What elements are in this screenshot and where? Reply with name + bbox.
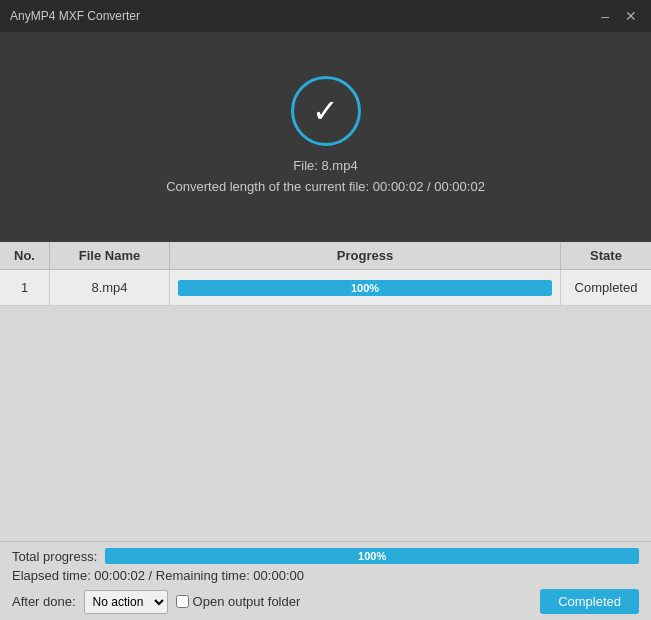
cell-filename: 8.mp4 — [50, 270, 170, 305]
converted-label: Converted length of the current file: 00… — [166, 177, 485, 198]
total-bar-label: 100% — [105, 550, 639, 562]
open-folder-label[interactable]: Open output folder — [176, 594, 301, 609]
app-title: AnyMP4 MXF Converter — [10, 9, 140, 23]
window-controls: – ✕ — [597, 7, 641, 25]
cell-no: 1 — [0, 270, 50, 305]
open-folder-text: Open output folder — [193, 594, 301, 609]
success-icon: ✓ — [291, 76, 361, 146]
file-info: File: 8.mp4 Converted length of the curr… — [166, 156, 485, 198]
progress-label: 100% — [178, 282, 552, 294]
time-row: Elapsed time: 00:00:02 / Remaining time:… — [12, 568, 639, 583]
bottom-section: Total progress: 100% Elapsed time: 00:00… — [0, 541, 651, 620]
progress-bar: 100% — [178, 280, 552, 296]
col-header-state: State — [561, 242, 651, 269]
minimize-button[interactable]: – — [597, 7, 613, 25]
completed-button[interactable]: Completed — [540, 589, 639, 614]
main-content: ✓ File: 8.mp4 Converted length of the cu… — [0, 32, 651, 620]
file-label: File: 8.mp4 — [166, 156, 485, 177]
total-progress-bar: 100% — [105, 548, 639, 564]
col-header-no: No. — [0, 242, 50, 269]
total-progress-label: Total progress: — [12, 549, 97, 564]
empty-area — [0, 306, 651, 541]
close-button[interactable]: ✕ — [621, 7, 641, 25]
after-done-select[interactable]: No action Exit Hibernate Shutdown — [84, 590, 168, 614]
header-section: ✓ File: 8.mp4 Converted length of the cu… — [0, 32, 651, 242]
title-bar: AnyMP4 MXF Converter – ✕ — [0, 0, 651, 32]
after-done-row: After done: No action Exit Hibernate Shu… — [12, 589, 639, 614]
cell-state: Completed — [561, 270, 651, 305]
col-header-filename: File Name — [50, 242, 170, 269]
table-row: 1 8.mp4 100% Completed — [0, 270, 651, 306]
col-header-progress: Progress — [170, 242, 561, 269]
open-folder-checkbox[interactable] — [176, 595, 189, 608]
table-header: No. File Name Progress State — [0, 242, 651, 270]
after-done-label: After done: — [12, 594, 76, 609]
cell-progress: 100% — [170, 270, 561, 305]
total-progress-row: Total progress: 100% — [12, 548, 639, 564]
file-table: No. File Name Progress State 1 8.mp4 100… — [0, 242, 651, 306]
